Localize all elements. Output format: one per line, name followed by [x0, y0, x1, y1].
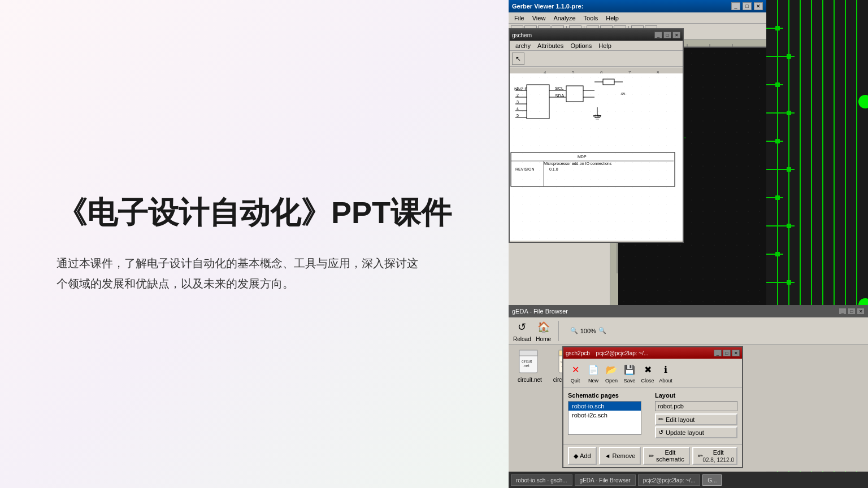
update-layout-label: Update layout — [666, 429, 704, 436]
menu-file[interactable]: File — [511, 15, 528, 21]
file-icon-0: circuit .net — [518, 349, 541, 374]
fm-zoom-icon: 🔍 — [570, 327, 578, 334]
taskbar-item-1[interactable]: gEDA - File Browser — [575, 474, 636, 486]
add-icon: ◆ — [574, 452, 578, 460]
gerber-viewer-window: Gerber Viewer 1.1.0-pre: _ □ ✕ File View… — [509, 0, 766, 305]
svg-text:-sv-: -sv- — [620, 91, 627, 95]
page-item-0[interactable]: robot-io.sch — [568, 402, 641, 411]
svg-text:SDA: SDA — [555, 93, 565, 98]
schematic-diagram-area: 4 5 6 7 8 — [510, 67, 683, 241]
edit-schematic-label: Edit schematic — [656, 449, 684, 463]
schematic-toolbar: ↖ — [510, 51, 683, 67]
fm-maximize[interactable]: □ — [848, 308, 856, 315]
fm-close[interactable]: ✕ — [857, 308, 865, 315]
menu-tools[interactable]: Tools — [580, 15, 602, 21]
svg-rect-34 — [787, 280, 791, 285]
page-title: 《电子设计自动化》PPT课件 — [57, 194, 452, 231]
gsch2pcb-quit-btn[interactable]: ✕ Quit — [568, 362, 583, 384]
schematic-canvas: NN2.F 1 2 3 4 5 — [510, 73, 683, 241]
gsch2pcb-save-btn[interactable]: 💾 Save — [622, 362, 637, 384]
maximize-button[interactable]: □ — [743, 2, 752, 10]
coord-display: 02.8, 1212.0 — [700, 456, 736, 464]
file-manager-toolbar: ↺ Reload 🏠 Home 🔍 100% 🔍 — [509, 317, 868, 345]
svg-rect-32 — [787, 224, 791, 228]
sch-menu-hierarchy[interactable]: archy — [512, 42, 534, 49]
gsch2pcb-minimize[interactable]: _ — [714, 350, 722, 356]
gsch2pcb-toolbar: ✕ Quit 📄 New 📂 Open 💾 Save ✖ Close ℹ Ab — [563, 359, 742, 387]
svg-text:3: 3 — [517, 100, 519, 104]
sch-menu-options[interactable]: Options — [567, 42, 595, 49]
sch-menu-attributes[interactable]: Attributes — [534, 42, 567, 49]
open-label: Open — [605, 378, 618, 384]
svg-text:2: 2 — [517, 93, 519, 97]
gsch2pcb-title: gsch2pcb pcjc2@pcjc2lap: ~/... — [566, 350, 713, 356]
remove-icon: ◄ — [605, 452, 611, 459]
svg-rect-104 — [519, 350, 537, 356]
close-button[interactable]: ✕ — [754, 2, 763, 10]
subtitle-text: 通过本课件，了解电子设计自动化的基本概念、工具与应用，深入探讨这个领域的发展和优… — [57, 253, 424, 294]
taskbar-item-0[interactable]: robot-io.sch - gsch... — [511, 474, 572, 486]
svg-rect-26 — [787, 54, 791, 59]
sch-minimize[interactable]: _ — [654, 32, 662, 38]
add-button[interactable]: ◆ Add — [568, 447, 597, 465]
file-manager-titlebar: gEDA - File Browser _ □ ✕ — [509, 305, 868, 317]
svg-text:MDP: MDP — [578, 155, 587, 159]
gsch2pcb-about-btn[interactable]: ℹ About — [658, 362, 673, 384]
gsch2pcb-maximize[interactable]: □ — [723, 350, 731, 356]
fm-zoom-icon2: 🔍 — [598, 327, 606, 334]
close-label: Close — [641, 378, 654, 384]
gerber-viewer-title: Gerber Viewer 1.1.0-pre: — [512, 3, 729, 10]
gsch2pcb-title-path: pcjc2@pcjc2lap: ~/... — [596, 350, 649, 356]
svg-rect-28 — [787, 111, 791, 115]
taskbar-item-2[interactable]: pcjc2@pcjc2lap: ~/... — [638, 474, 701, 486]
fm-minimize[interactable]: _ — [839, 308, 847, 315]
svg-rect-27 — [775, 82, 780, 87]
fm-reload-btn[interactable]: ↺ Reload — [513, 319, 531, 342]
gsch2pcb-dialog: gsch2pcb pcjc2@pcjc2lap: ~/... _ □ ✕ ✕ Q… — [562, 346, 743, 468]
fm-toolbar-sep — [558, 321, 559, 341]
menu-help[interactable]: Help — [602, 15, 622, 21]
layout-filename: robot.pcb — [655, 401, 737, 411]
gsch2pcb-close-btn[interactable]: ✖ Close — [640, 362, 655, 384]
schematic-titlebar: gschem _ □ ✕ — [510, 29, 683, 41]
update-layout-btn[interactable]: ↺ Update layout — [655, 426, 737, 438]
sch-menu-help[interactable]: Help — [595, 42, 615, 49]
edit-schematic-button[interactable]: ✏ Edit schematic — [643, 447, 690, 465]
gsch2pcb-open-btn[interactable]: 📂 Open — [604, 362, 619, 384]
fm-home-btn[interactable]: 🏠 Home — [536, 319, 552, 342]
remove-button[interactable]: ◄ Remove — [599, 447, 641, 465]
right-panel: Gerber Viewer 1.1.0-pre: _ □ ✕ File View… — [509, 0, 868, 488]
menu-analyze[interactable]: Analyze — [550, 15, 579, 21]
taskbar: robot-io.sch - gsch... gEDA - File Brows… — [509, 472, 868, 488]
svg-text:Microprocessor add-on IO conne: Microprocessor add-on IO connections — [544, 162, 612, 166]
fm-home-icon: 🏠 — [536, 319, 552, 335]
svg-text:5: 5 — [517, 114, 519, 117]
about-icon: ℹ — [658, 362, 673, 377]
svg-rect-25 — [775, 26, 780, 30]
new-label: New — [588, 378, 598, 384]
edit-layout-btn[interactable]: ✏ Edit layout — [655, 413, 737, 425]
taskbar-item-3[interactable]: G... — [702, 474, 722, 486]
edit-layout-icon: ✏ — [658, 416, 663, 423]
edit-schematic-icon: ✏ — [649, 452, 654, 460]
gsch2pcb-content: Schematic pages robot-io.sch robot-i2c.s… — [563, 387, 742, 444]
left-panel: 《电子设计自动化》PPT课件 通过本课件，了解电子设计自动化的基本概念、工具与应… — [0, 0, 509, 488]
gsch2pcb-new-btn[interactable]: 📄 New — [586, 362, 601, 384]
about-label: About — [659, 378, 672, 384]
fm-zoom-value: 100% — [580, 328, 596, 334]
sch-tool-pointer[interactable]: ↖ — [512, 53, 524, 65]
gsch2pcb-close[interactable]: ✕ — [732, 350, 740, 356]
new-icon: 📄 — [586, 362, 601, 377]
svg-rect-29 — [775, 139, 780, 143]
gsch2pcb-titlebar: gsch2pcb pcjc2@pcjc2lap: ~/... _ □ ✕ — [563, 347, 742, 359]
file-item-0[interactable]: circuit .net circuit.net — [518, 349, 542, 383]
menu-view[interactable]: View — [529, 15, 549, 21]
minimize-button[interactable]: _ — [731, 2, 740, 10]
svg-text:circuit: circuit — [522, 359, 532, 363]
sch-close[interactable]: ✕ — [672, 32, 680, 38]
gsch2pcb-left-panel: Schematic pages robot-io.sch robot-i2c.s… — [568, 392, 650, 439]
page-item-1[interactable]: robot-i2c.sch — [568, 411, 641, 420]
quit-icon: ✕ — [568, 362, 583, 377]
open-icon: 📂 — [604, 362, 619, 377]
sch-maximize[interactable]: □ — [663, 32, 671, 38]
